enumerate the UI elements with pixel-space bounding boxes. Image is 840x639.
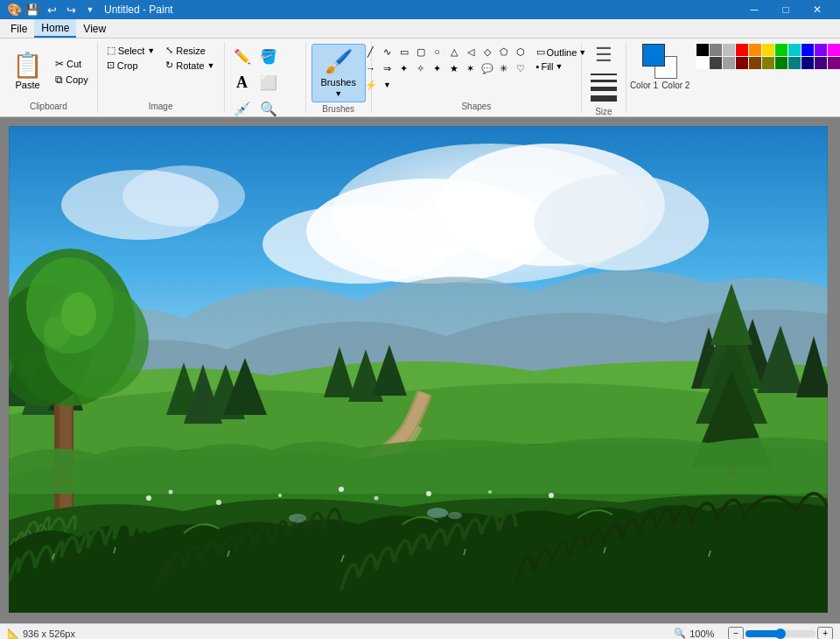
swatch-silver[interactable]: [723, 44, 735, 56]
maximize-button[interactable]: □: [770, 0, 802, 19]
size-line-4[interactable]: [591, 95, 617, 102]
shape-pentagon[interactable]: ⬠: [496, 44, 512, 60]
swatch-gray[interactable]: [710, 44, 722, 56]
svg-point-15: [44, 316, 70, 348]
image-content: ⬚ Select ▼ ⊡ Crop ⤡ Resize ↻: [103, 44, 219, 100]
quick-access-dropdown[interactable]: ▼: [81, 1, 99, 18]
swatch-black[interactable]: [696, 44, 709, 56]
svg-point-19: [216, 500, 221, 505]
shape-arrow1[interactable]: →: [363, 60, 379, 76]
shape-hexagon[interactable]: ⬡: [513, 44, 528, 60]
color1-swatch[interactable]: [642, 44, 665, 67]
swatch-brown[interactable]: [749, 57, 761, 69]
shape-ellipse[interactable]: ○: [430, 44, 445, 60]
eraser-tool[interactable]: ⬜: [256, 70, 281, 95]
canvas-container[interactable]: [0, 117, 840, 623]
size-line-2[interactable]: [591, 80, 617, 82]
paste-button[interactable]: 📋 Paste: [5, 44, 50, 100]
swatch-purple[interactable]: [828, 57, 840, 69]
color-palette: [696, 44, 840, 69]
shape-5arrow[interactable]: ✧: [413, 60, 429, 76]
svg-point-22: [374, 496, 379, 501]
shape-rtriangle[interactable]: ◁: [463, 44, 479, 60]
minimize-button[interactable]: ─: [738, 0, 770, 19]
shape-explosion[interactable]: ✳: [496, 60, 512, 76]
redo-quick-btn[interactable]: ↪: [62, 1, 80, 18]
shape-heart[interactable]: ♡: [513, 60, 528, 76]
swatch-teal[interactable]: [788, 57, 801, 69]
zoom-out-button[interactable]: −: [728, 627, 744, 639]
text-tool[interactable]: A: [230, 70, 255, 95]
shape-4arrow[interactable]: ✦: [396, 60, 412, 76]
resize-button[interactable]: ⤡ Resize: [162, 44, 218, 57]
shape-curve[interactable]: ∿: [380, 44, 396, 60]
menu-file[interactable]: File: [4, 19, 34, 38]
svg-point-17: [146, 495, 151, 501]
select-button[interactable]: ⬚ Select ▼: [103, 44, 159, 57]
shape-line[interactable]: ╱: [363, 44, 379, 60]
swatch-blue[interactable]: [802, 44, 814, 56]
brushes-button[interactable]: 🖌️ Brushes ▼: [312, 44, 366, 102]
rotate-button[interactable]: ↻ Rotate ▼: [162, 59, 218, 72]
brushes-icon: 🖌️: [325, 48, 353, 75]
shape-rect[interactable]: ▭: [396, 44, 412, 60]
swatch-purple2[interactable]: [815, 57, 827, 69]
palette-row-1: [696, 44, 840, 56]
shape-arrow2[interactable]: ⇒: [380, 60, 396, 76]
color-labels: Color 1 Color 2: [630, 81, 690, 90]
crop-button[interactable]: ⊡ Crop: [103, 59, 159, 72]
shape-balloon[interactable]: 💬: [480, 60, 495, 76]
menu-view[interactable]: View: [76, 19, 113, 38]
zoom-value: 100%: [690, 628, 714, 639]
swatch-red[interactable]: [736, 44, 748, 56]
outline-icon: ▭: [536, 46, 545, 58]
shape-star4[interactable]: ✦: [430, 60, 445, 76]
zoom-slider[interactable]: [746, 630, 816, 637]
clipboard-content: 📋 Paste ✂ Cut ⧉ Copy: [5, 44, 92, 100]
crop-label: Crop: [117, 60, 138, 71]
size-line-3[interactable]: [591, 87, 617, 91]
shape-triangle[interactable]: △: [446, 44, 462, 60]
swatch-dk-gray[interactable]: [710, 57, 722, 69]
menu-home[interactable]: Home: [34, 19, 76, 38]
colors-group: Color 1 Color 2: [626, 42, 840, 113]
fill-label: Fill: [541, 61, 553, 72]
swatch-orange[interactable]: [749, 44, 761, 56]
svg-point-24: [488, 490, 492, 494]
brushes-group-label: Brushes: [322, 102, 354, 114]
swatch-white[interactable]: [696, 57, 709, 69]
copy-icon: ⧉: [55, 74, 63, 86]
swatch-maroon[interactable]: [736, 57, 748, 69]
size-line-1[interactable]: [591, 74, 617, 75]
swatch-violet[interactable]: [815, 44, 827, 56]
svg-point-7: [122, 165, 245, 227]
swatch-dk-green[interactable]: [775, 57, 788, 69]
swatch-green[interactable]: [775, 44, 788, 56]
swatch-olive[interactable]: [762, 57, 774, 69]
undo-quick-btn[interactable]: ↩: [43, 1, 60, 18]
close-button[interactable]: ✕: [802, 0, 833, 19]
svg-point-26: [427, 508, 448, 518]
zoom-slider-thumb[interactable]: [775, 628, 786, 639]
save-quick-btn[interactable]: 💾: [24, 1, 41, 18]
shape-roundrect[interactable]: ▢: [413, 44, 429, 60]
zoom-in-button[interactable]: +: [817, 627, 833, 639]
shape-star6[interactable]: ✶: [463, 60, 479, 76]
palette-row-2: [696, 57, 840, 69]
shape-star5[interactable]: ★: [446, 60, 462, 76]
shape-more[interactable]: ▼: [380, 77, 396, 93]
shape-diamond[interactable]: ◇: [480, 44, 495, 60]
svg-point-25: [549, 493, 554, 498]
shape-lightning[interactable]: ⚡: [363, 77, 379, 93]
fill-tool[interactable]: 🪣: [256, 44, 281, 68]
cut-button[interactable]: ✂ Cut: [52, 57, 92, 71]
swatch-lt-gray[interactable]: [723, 57, 735, 69]
swatch-yellow[interactable]: [762, 44, 774, 56]
painting-canvas[interactable]: [9, 126, 828, 613]
zoom-status: 🔍 100%: [674, 628, 714, 639]
swatch-cyan[interactable]: [788, 44, 801, 56]
swatch-navy[interactable]: [802, 57, 814, 69]
copy-button[interactable]: ⧉ Copy: [52, 73, 92, 87]
swatch-magenta[interactable]: [828, 44, 840, 56]
pencil-tool[interactable]: ✏️: [230, 44, 255, 68]
